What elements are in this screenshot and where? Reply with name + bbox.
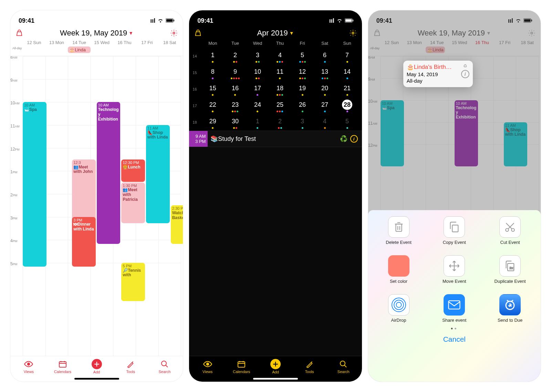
month-day[interactable]: 1	[246, 114, 269, 131]
action-airdrop[interactable]: AirDrop	[388, 294, 409, 323]
week-body[interactable]: 8AM9AM10AM11AM12PM1PM2PM3PM4PM5PM 10 AM🛁…	[10, 56, 183, 356]
day-header[interactable]: 13 Mon	[45, 40, 68, 45]
month-day[interactable]: 1	[201, 48, 224, 64]
month-day[interactable]: 28	[336, 97, 358, 114]
calendar-event[interactable]: 10 AMTechnology Exhibition	[97, 102, 121, 244]
month-day[interactable]: 11	[269, 64, 291, 81]
svg-rect-12	[238, 362, 245, 367]
tab-calendars[interactable]: Calendars	[51, 359, 75, 374]
action-label: Share event	[442, 318, 466, 323]
tab-views[interactable]: Views	[17, 359, 41, 374]
calendar-event[interactable]: 1:30 PM👥Meet with Patricia	[121, 183, 145, 223]
event-popover[interactable]: 🎂Linda's Birthd… May 14, 2019 All-day ♻ …	[403, 61, 473, 87]
svg-text:2x: 2x	[510, 266, 513, 270]
hour-label: 10AM	[10, 101, 20, 105]
calendar-event[interactable]: 12:30 PM🍔Lunch	[121, 159, 145, 182]
day-header[interactable]: 15 Wed	[91, 40, 113, 45]
month-day[interactable]: 17	[246, 81, 269, 97]
action-duplicate[interactable]: 2xDuplicate Event	[495, 255, 526, 284]
tab-views[interactable]: Views	[196, 359, 220, 374]
month-day[interactable]: 16	[224, 81, 246, 97]
tab-add[interactable]: Add	[263, 359, 288, 374]
allday-row: All-day🎂Linda	[10, 47, 183, 56]
page-title[interactable]: Apr 2019 ▼	[257, 29, 294, 38]
month-day[interactable]: 29	[201, 114, 224, 131]
action-copy[interactable]: Copy Event	[443, 216, 466, 245]
handbag-icon[interactable]	[15, 29, 23, 37]
action-move[interactable]: Move Event	[443, 255, 466, 284]
month-day[interactable]: 12	[291, 64, 314, 81]
month-day[interactable]: 9	[224, 64, 246, 81]
action-share[interactable]: Share event	[442, 294, 466, 323]
month-day[interactable]: 5	[291, 48, 314, 64]
month-day[interactable]: 6	[314, 48, 336, 64]
tab-label: Views	[202, 370, 212, 374]
svg-rect-2	[174, 19, 175, 21]
month-day[interactable]: 19	[291, 81, 314, 97]
handbag-icon[interactable]	[194, 29, 202, 37]
tab-calendars[interactable]: Calendars	[229, 359, 253, 374]
month-day[interactable]: 10	[246, 64, 269, 81]
selected-day-event[interactable]: 9 AM 3 PM 📚Study for Test ♻️ i	[189, 131, 362, 147]
month-day[interactable]: 23	[224, 97, 246, 114]
day-header[interactable]: 12 Sun	[23, 40, 45, 45]
month-day[interactable]: 4	[314, 114, 336, 131]
month-day[interactable]: 3	[291, 114, 314, 131]
calendar-event[interactable]: 5 PM🎾Tennis with	[121, 263, 145, 301]
tab-search[interactable]: Search	[153, 359, 177, 374]
month-day[interactable]: 20	[314, 81, 336, 97]
action-cut[interactable]: Cut Event	[499, 216, 521, 245]
month-day[interactable]: 7	[336, 48, 358, 64]
week-number: 18	[193, 114, 201, 131]
info-icon[interactable]: i	[350, 135, 358, 143]
allday-event[interactable]: 🎂Linda	[68, 47, 91, 53]
day-header[interactable]: 14 Tue	[68, 40, 91, 45]
calendars-icon	[237, 359, 246, 369]
tab-add[interactable]: Add	[85, 359, 109, 374]
tab-label: Views	[24, 370, 34, 374]
day-header[interactable]: 16 Thu	[113, 40, 136, 45]
month-day[interactable]: 22	[201, 97, 224, 114]
tab-tools[interactable]: Tools	[118, 359, 143, 374]
month-day[interactable]: 26	[291, 97, 314, 114]
tab-tools[interactable]: Tools	[298, 359, 322, 374]
day-header[interactable]: 17 Fri	[136, 40, 158, 45]
month-day[interactable]: 18	[269, 81, 291, 97]
month-day[interactable]: 2	[269, 114, 291, 131]
month-day[interactable]: 15	[201, 81, 224, 97]
month-day[interactable]: 25	[269, 97, 291, 114]
page-title[interactable]: Week 19, May 2019 ▼	[60, 29, 133, 38]
svg-rect-1	[166, 19, 173, 21]
month-day[interactable]: 27	[314, 97, 336, 114]
tab-label: Search	[159, 370, 171, 374]
setcolor-icon	[388, 255, 409, 277]
gear-icon[interactable]	[170, 29, 178, 37]
month-day[interactable]: 21	[336, 81, 358, 97]
calendar-event[interactable]: 3 PM🍽Dinner with Linda	[72, 217, 96, 267]
calendar-event[interactable]: 12:3👥Meet with John	[72, 159, 96, 223]
action-setcolor[interactable]: Set color	[388, 255, 409, 284]
month-day[interactable]: 4	[269, 48, 291, 64]
share-icon	[444, 294, 465, 316]
month-day[interactable]: 24	[246, 97, 269, 114]
calendar-event[interactable]: 10 AM🛁Spa	[23, 102, 46, 267]
tab-label: Calendars	[54, 370, 71, 374]
info-icon[interactable]: i	[461, 70, 469, 78]
action-delete[interactable]: Delete Event	[386, 216, 411, 245]
month-day[interactable]: 3	[246, 48, 269, 64]
tab-search[interactable]: Search	[331, 359, 355, 374]
month-day[interactable]: 30	[224, 114, 246, 131]
month-day[interactable]: 2	[224, 48, 246, 64]
month-day[interactable]: 13	[314, 64, 336, 81]
gear-icon[interactable]	[349, 29, 357, 37]
clock: 09:41	[19, 17, 34, 24]
month-day[interactable]: 5	[336, 114, 358, 131]
month-day[interactable]: 14	[336, 64, 358, 81]
month-grid[interactable]: 1412345671589101112131416151617181920211…	[189, 48, 362, 131]
action-due[interactable]: Send to Due	[498, 294, 522, 323]
calendar-event[interactable]: 11 AM👠Shop with Linda	[146, 125, 170, 223]
calendar-event[interactable]: 2:30 PMWatch Basketball	[171, 205, 183, 244]
cancel-button[interactable]: Cancel	[374, 330, 534, 348]
month-day[interactable]: 8	[201, 64, 224, 81]
day-header[interactable]: 18 Sat	[158, 40, 181, 45]
